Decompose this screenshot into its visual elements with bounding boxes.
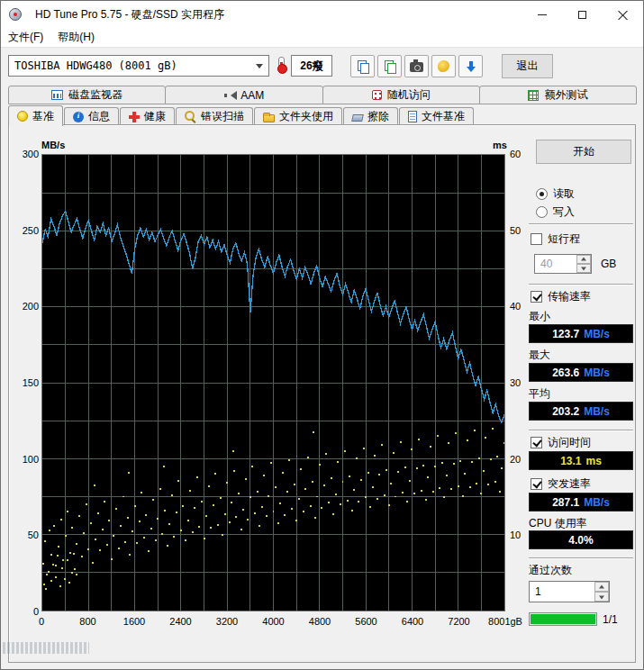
spinner-down-button[interactable] (594, 592, 609, 602)
screenshot-button[interactable] (404, 55, 429, 77)
transfer-rate-checkbox[interactable]: 传输速率 (531, 289, 591, 303)
app-icon (8, 7, 23, 22)
bulb-icon (17, 111, 28, 122)
folder-icon (263, 114, 275, 122)
write-radio[interactable]: 写入 (536, 204, 575, 219)
x-axis-labels: 0800160024003200400048005600640072008001… (41, 616, 505, 629)
menu-help[interactable]: 帮助(H) (50, 28, 102, 47)
separator (529, 557, 633, 559)
y-axis-tick-left: 300 (23, 149, 39, 159)
short-stroke-checkbox[interactable]: 短行程 (531, 231, 580, 246)
min-value: 123.7 (552, 328, 579, 340)
progress-text: 1/1 (603, 613, 618, 626)
camera-icon (410, 62, 423, 72)
tab-label: 健康 (144, 109, 166, 124)
cpu-usage-value-box: 4.0% (529, 530, 633, 549)
eraser-icon (351, 114, 364, 122)
tab-label: 信息 (88, 109, 110, 124)
access-time-value-box: 13.1 ms (529, 451, 633, 470)
burst-rate-value-box: 287.1 MB/s (529, 493, 633, 512)
x-axis-end-label: 8001gB (488, 616, 522, 627)
y-axis-tick-right: 30 (510, 377, 521, 388)
spinner-up-button[interactable] (576, 255, 591, 264)
tab-benchmark[interactable]: 基准 (8, 105, 63, 126)
min-label: 最小 (529, 309, 550, 324)
tab-row-secondary: 磁盘监视器 AAM 随机访问 额外测试 (8, 86, 636, 104)
avg-value: 203.2 (552, 405, 579, 418)
separator (529, 430, 633, 431)
spinner-up-button[interactable] (594, 582, 609, 592)
pass-count-label: 通过次数 (529, 563, 572, 578)
toolbar: TOSHIBA HDWG480 (8001 gB) 26癈 退出 (1, 48, 643, 85)
max-value: 263.6 (552, 367, 579, 379)
max-unit: MB/s (584, 367, 610, 379)
burst-rate-checkbox[interactable]: 突发速率 (531, 476, 591, 491)
maximize-button[interactable] (562, 1, 603, 28)
tab-label: 额外测试 (544, 87, 587, 103)
short-stroke-label: 短行程 (548, 231, 580, 247)
x-axis-tick: 4000 (262, 616, 284, 627)
y-axis-tick-left: 250 (23, 225, 39, 236)
tab-label: 错误扫描 (201, 109, 244, 124)
access-time-value: 13.1 (560, 455, 581, 467)
tab-disk-monitor[interactable]: 磁盘监视器 (8, 86, 166, 104)
minimize-button[interactable] (522, 1, 562, 28)
tab-label: 文件夹使用 (279, 109, 333, 124)
exit-button[interactable]: 退出 (502, 54, 553, 78)
tab-label: AAM (240, 89, 264, 102)
tab-erase[interactable]: 擦除 (343, 107, 398, 125)
transfer-rate-label: 传输速率 (548, 289, 591, 304)
write-label: 写入 (553, 204, 575, 220)
copy-text-button[interactable] (350, 55, 375, 77)
radio-icon (536, 206, 548, 218)
spinner-buttons (594, 582, 609, 602)
copy-image-icon (384, 60, 396, 73)
y-axis-right-unit: ms (493, 140, 507, 150)
tab-error-scan[interactable]: 错误扫描 (176, 107, 253, 125)
drive-selector-dropdown[interactable]: TOSHIBA HDWG480 (8001 gB) (8, 55, 269, 77)
tab-extra-tests[interactable]: 额外测试 (479, 86, 637, 104)
tab-info[interactable]: 信息 (64, 107, 119, 125)
tab-health[interactable]: 健康 (120, 107, 175, 125)
access-time-label: 访问时间 (548, 435, 591, 450)
min-unit: MB/s (584, 328, 610, 340)
progress-bar (529, 612, 597, 626)
tab-random-access[interactable]: 随机访问 (322, 86, 480, 104)
checkbox-icon (531, 233, 542, 245)
tab-folder-usage[interactable]: 文件夹使用 (254, 107, 342, 125)
cpu-usage-label: CPU 使用率 (529, 516, 587, 531)
separator (529, 284, 633, 285)
health-cross-icon (129, 112, 140, 122)
disk-monitor-icon (51, 90, 63, 100)
file-icon (408, 111, 417, 122)
avg-unit: MB/s (584, 405, 610, 418)
copy-image-button[interactable] (377, 55, 402, 77)
test-grid-icon (528, 90, 539, 101)
short-stroke-size-spinner[interactable]: 40 (534, 254, 592, 274)
watermark (3, 642, 89, 654)
color-splash-button[interactable] (431, 55, 456, 77)
tab-file-benchmark[interactable]: 文件基准 (399, 107, 474, 125)
access-time-checkbox[interactable]: 访问时间 (531, 435, 591, 449)
save-results-button[interactable] (458, 55, 483, 77)
y-axis-tick-left: 100 (23, 454, 39, 465)
window-controls (522, 1, 643, 28)
minimize-icon (538, 14, 547, 15)
checkbox-icon (531, 437, 542, 448)
burst-rate-unit: MB/s (584, 496, 610, 509)
max-label: 最大 (529, 348, 550, 363)
tab-label: 擦除 (367, 109, 389, 124)
color-splash-icon (438, 60, 449, 72)
benchmark-plot (41, 154, 505, 611)
x-axis-tick: 5600 (355, 616, 376, 627)
access-time-unit: ms (586, 455, 602, 467)
tab-aam[interactable]: AAM (165, 86, 322, 104)
tab-label: 文件基准 (422, 109, 465, 124)
spinner-down-button[interactable] (576, 264, 591, 273)
read-radio[interactable]: 读取 (536, 186, 575, 201)
pass-count-spinner[interactable]: 1 (529, 581, 610, 602)
read-label: 读取 (553, 186, 575, 202)
start-button[interactable]: 开始 (536, 140, 631, 164)
close-button[interactable] (603, 1, 643, 28)
menu-file[interactable]: 文件(F) (1, 28, 50, 47)
